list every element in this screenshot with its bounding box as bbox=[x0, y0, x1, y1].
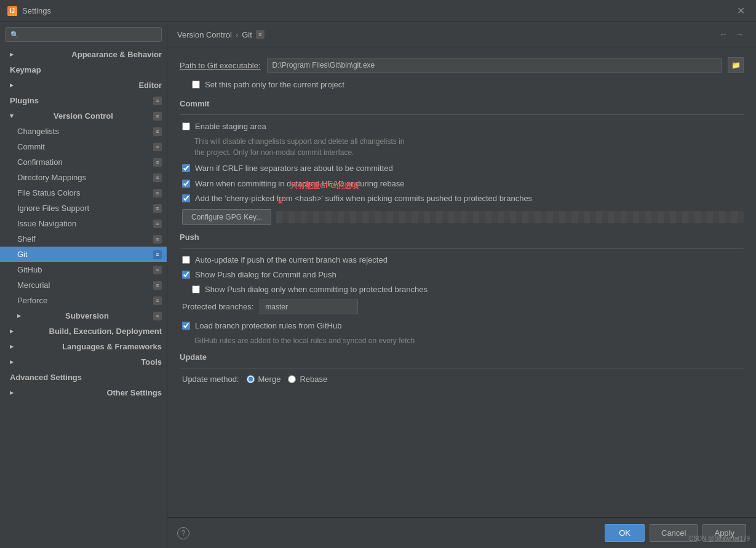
show-push-only-row: Show Push dialog only when committing to… bbox=[180, 284, 744, 295]
shelf-icon: ≡ bbox=[153, 235, 162, 244]
breadcrumb-menu-icon[interactable]: ≡ bbox=[256, 30, 265, 39]
auto-update-label: Auto-update if push of the current branc… bbox=[195, 255, 388, 266]
nav-forward-button[interactable]: → bbox=[733, 28, 746, 41]
show-push-only-checkbox[interactable] bbox=[192, 285, 200, 293]
sidebar-item-subversion[interactable]: Subversion ≡ bbox=[0, 308, 167, 324]
update-method-row: Update method: Merge Rebase bbox=[180, 375, 744, 384]
sidebar-item-ignore-files[interactable]: Ignore Files Support ≡ bbox=[0, 201, 167, 216]
sidebar-item-confirmation[interactable]: Confirmation ≡ bbox=[0, 154, 167, 170]
commit-icon: ≡ bbox=[153, 143, 162, 151]
search-input[interactable] bbox=[23, 30, 156, 39]
sidebar-item-other-settings[interactable]: Other Settings bbox=[0, 385, 167, 400]
show-push-dialog-label: Show Push dialog for Commit and Push bbox=[195, 269, 336, 280]
app-icon: IJ bbox=[7, 6, 17, 16]
gpg-row: Configure GPG Key... bbox=[180, 209, 744, 225]
sidebar-item-file-status-colors[interactable]: File Status Colors ≡ bbox=[0, 185, 167, 201]
load-branch-checkbox[interactable] bbox=[182, 322, 190, 330]
protected-branches-input[interactable] bbox=[260, 300, 358, 314]
git-icon: ≡ bbox=[153, 250, 162, 259]
sidebar-item-git[interactable]: Git ≡ bbox=[0, 247, 167, 262]
merge-radio[interactable] bbox=[247, 375, 255, 383]
push-section-title: Push bbox=[180, 232, 744, 242]
warn-crlf-label: Warn if CRLF line separators are about t… bbox=[195, 163, 393, 174]
path-current-project-label: Set this path only for the current proje… bbox=[205, 79, 344, 90]
content-area: Version Control › Git ≡ ← → Path to Git … bbox=[167, 22, 756, 548]
nav-back-button[interactable]: ← bbox=[717, 28, 730, 41]
warn-detached-checkbox[interactable] bbox=[182, 180, 190, 188]
sidebar-item-version-control[interactable]: Version Control ≡ bbox=[0, 108, 167, 124]
warn-crlf-checkbox[interactable] bbox=[182, 164, 190, 172]
sidebar-item-shelf[interactable]: Shelf ≡ bbox=[0, 231, 167, 247]
enable-staging-row: Enable staging area bbox=[180, 121, 744, 132]
filestatus-icon: ≡ bbox=[153, 189, 162, 197]
help-button[interactable]: ? bbox=[177, 527, 189, 539]
update-section-title: Update bbox=[180, 352, 744, 362]
plugins-icon: ≡ bbox=[153, 97, 162, 105]
push-divider bbox=[180, 248, 744, 248]
show-push-only-label: Show Push dialog only when committing to… bbox=[205, 284, 428, 295]
auto-update-row: Auto-update if push of the current branc… bbox=[180, 255, 744, 266]
commit-divider bbox=[180, 114, 744, 115]
sidebar-item-commit[interactable]: Commit ≡ bbox=[0, 139, 167, 154]
bottom-bar: ? OK Cancel Apply bbox=[167, 517, 756, 548]
gpg-bar bbox=[276, 211, 744, 223]
ok-button[interactable]: OK bbox=[605, 524, 645, 542]
mercurial-icon: ≡ bbox=[153, 281, 162, 290]
sidebar-item-changelists[interactable]: Changelists ≡ bbox=[0, 124, 167, 139]
breadcrumb-current: Git bbox=[242, 30, 252, 39]
path-input[interactable] bbox=[267, 58, 722, 73]
warn-crlf-row: Warn if CRLF line separators are about t… bbox=[180, 163, 744, 174]
vc-icon: ≡ bbox=[153, 112, 162, 121]
breadcrumb: Version Control › Git ≡ ← → bbox=[167, 22, 756, 47]
load-branch-label: Load branch protection rules from GitHub bbox=[195, 320, 341, 332]
enable-staging-label: Enable staging area bbox=[195, 121, 266, 132]
search-icon: 🔍 bbox=[10, 31, 19, 39]
sidebar-item-build[interactable]: Build, Execution, Deployment bbox=[0, 324, 167, 339]
enable-staging-hint: This will disable changelists support an… bbox=[180, 136, 744, 158]
window-title: Settings bbox=[22, 6, 51, 15]
sidebar-item-directory-mappings[interactable]: Directory Mappings ≡ bbox=[0, 170, 167, 185]
perforce-icon: ≡ bbox=[153, 296, 162, 305]
cherry-pick-label: Add the 'cherry-picked from <hash>' suff… bbox=[195, 193, 532, 204]
sidebar: 🔍 Appearance & Behavior Keymap Editor Pl… bbox=[0, 22, 167, 548]
issuenav-icon: ≡ bbox=[153, 220, 162, 228]
sidebar-item-plugins[interactable]: Plugins ≡ bbox=[0, 93, 167, 108]
path-current-project-row: Set this path only for the current proje… bbox=[180, 79, 744, 90]
sidebar-item-perforce[interactable]: Perforce ≡ bbox=[0, 293, 167, 308]
update-method-label: Update method: bbox=[182, 375, 239, 384]
show-push-dialog-row: Show Push dialog for Commit and Push bbox=[180, 269, 744, 280]
breadcrumb-separator: › bbox=[236, 30, 238, 39]
path-row: Path to Git executable: 📁 bbox=[180, 57, 744, 73]
settings-content: Path to Git executable: 📁 Set this path … bbox=[167, 47, 756, 517]
breadcrumb-parent: Version Control bbox=[177, 30, 232, 39]
annotation-text: 只有配置GPG的选项 bbox=[290, 181, 359, 191]
protected-branches-row: Protected branches: bbox=[180, 300, 744, 314]
search-box[interactable]: 🔍 bbox=[5, 27, 162, 42]
show-push-dialog-checkbox[interactable] bbox=[182, 271, 190, 279]
sidebar-item-tools[interactable]: Tools bbox=[0, 354, 167, 370]
rebase-option: Rebase bbox=[288, 375, 327, 384]
sidebar-item-keymap[interactable]: Keymap bbox=[0, 62, 167, 77]
close-button[interactable]: ✕ bbox=[733, 4, 749, 18]
cherry-pick-checkbox[interactable] bbox=[182, 194, 190, 202]
sidebar-item-advanced-settings[interactable]: Advanced Settings bbox=[0, 370, 167, 385]
sidebar-item-github[interactable]: GitHub ≡ bbox=[0, 262, 167, 277]
configure-gpg-button[interactable]: Configure GPG Key... bbox=[182, 209, 271, 225]
warn-detached-row: Warn when committing in detached HEAD or… bbox=[180, 178, 744, 189]
commit-section-title: Commit bbox=[180, 99, 744, 108]
sidebar-item-appearance[interactable]: Appearance & Behavior bbox=[0, 47, 167, 62]
rebase-label: Rebase bbox=[300, 375, 327, 384]
browse-button[interactable]: 📁 bbox=[728, 57, 744, 73]
load-branch-hint: GitHub rules are added to the local rule… bbox=[180, 335, 744, 346]
sidebar-item-mercurial[interactable]: Mercurial ≡ bbox=[0, 277, 167, 293]
merge-option: Merge bbox=[247, 375, 281, 384]
update-divider bbox=[180, 368, 744, 368]
svn-icon: ≡ bbox=[153, 312, 162, 320]
sidebar-item-editor[interactable]: Editor bbox=[0, 77, 167, 93]
sidebar-item-issue-navigation[interactable]: Issue Navigation ≡ bbox=[0, 216, 167, 231]
rebase-radio[interactable] bbox=[288, 375, 296, 383]
sidebar-item-languages[interactable]: Languages & Frameworks bbox=[0, 339, 167, 354]
path-current-project-checkbox[interactable] bbox=[192, 81, 200, 89]
auto-update-checkbox[interactable] bbox=[182, 256, 190, 264]
enable-staging-checkbox[interactable] bbox=[182, 122, 190, 130]
